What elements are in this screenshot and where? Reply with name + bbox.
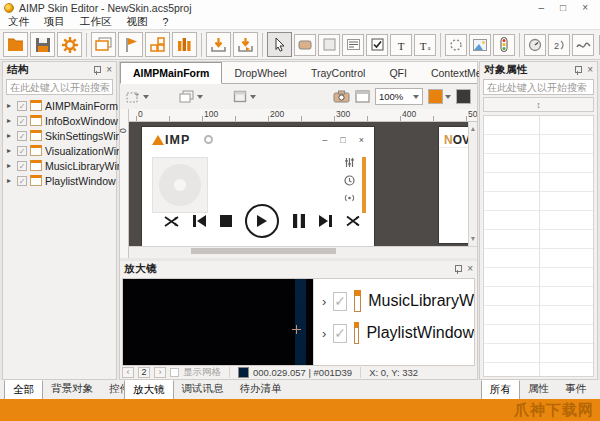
shuffle-icon[interactable] [164, 215, 179, 228]
tab-events[interactable]: 事件 [557, 380, 594, 399]
dropdown-chevron-icon[interactable] [143, 95, 149, 102]
tab-properties[interactable]: 属性 [520, 380, 557, 399]
pause-icon[interactable] [293, 214, 305, 228]
settings-button[interactable] [57, 32, 82, 57]
player-minimize-icon[interactable]: – [322, 135, 327, 145]
menu-help[interactable]: ? [163, 16, 169, 28]
visibility-checkbox[interactable]: ✓ [17, 176, 27, 186]
cursor-tool-button[interactable] [267, 32, 292, 57]
tree-item-visualizationwindow[interactable]: ▸ ✓ VisualizationWindow [3, 143, 116, 158]
create-window-tool[interactable] [126, 90, 149, 103]
image-control-button[interactable] [469, 34, 491, 56]
open-folder-button[interactable] [3, 32, 28, 57]
curve-control-button[interactable] [572, 34, 594, 56]
text-control-button[interactable]: T [390, 34, 412, 56]
sort-icon[interactable]: ↕ [536, 100, 541, 110]
menu-view[interactable]: 视图 [127, 15, 148, 29]
visibility-checkbox[interactable]: ✓ [17, 161, 27, 171]
scroll-up-icon[interactable] [471, 125, 475, 131]
tab-background-objects[interactable]: 背景对象 [43, 380, 101, 399]
panel-close-icon[interactable]: × [587, 65, 593, 75]
previous-track-icon[interactable] [192, 214, 207, 228]
second-skin-window-preview[interactable]: NOV [439, 127, 471, 243]
pin-icon[interactable] [574, 66, 581, 75]
show-grid-checkbox[interactable] [170, 368, 179, 377]
canvas-color-select[interactable] [428, 89, 451, 104]
expand-icon[interactable]: ▸ [7, 146, 14, 155]
panel-close-icon[interactable]: × [106, 65, 112, 75]
checkbox-control-button[interactable] [366, 34, 388, 56]
structure-search-input[interactable]: 在此处键入以开始搜索 [6, 79, 113, 95]
menu-file[interactable]: 文件 [8, 15, 29, 29]
player-close-icon[interactable]: × [359, 135, 364, 145]
zoom-level-select[interactable]: 100% [375, 88, 423, 105]
properties-search-input[interactable]: 在此处键入以开始搜索 [483, 79, 594, 95]
tab-all-properties[interactable]: 所有 [481, 380, 520, 401]
dropdown-chevron-icon[interactable] [250, 95, 256, 102]
flag-button[interactable] [118, 32, 143, 57]
expand-icon[interactable]: ▸ [7, 101, 14, 110]
expand-icon[interactable]: ▸ [7, 131, 14, 140]
scrollbar-thumb[interactable] [191, 248, 336, 254]
dark-color-swatch[interactable] [456, 89, 471, 104]
save-button[interactable] [30, 32, 55, 57]
menu-workspace[interactable]: 工作区 [80, 15, 112, 29]
tab-dropwheel[interactable]: DropWheel [222, 63, 299, 83]
accent-color-swatch[interactable] [428, 89, 443, 104]
gauge-control-button[interactable] [524, 34, 546, 56]
import-run-button[interactable] [233, 32, 258, 57]
tree-item-skinsettingswindow[interactable]: ▸ ✓ SkinSettingsWindow [3, 128, 116, 143]
pin-icon[interactable] [454, 265, 461, 274]
tree-item-aimpmainform[interactable]: ▸ ✓ AIMPMainForm [3, 98, 116, 113]
text-style-control-button[interactable]: Ta [414, 34, 436, 56]
tab-qfi[interactable]: QFI [377, 63, 419, 83]
expand-icon[interactable]: ▸ [7, 161, 14, 170]
screenshot-button[interactable] [333, 90, 350, 103]
properties-grid[interactable] [483, 115, 594, 377]
tab-debug-messages[interactable]: 调试讯息 [174, 380, 232, 399]
visibility-checkbox[interactable]: ✓ [17, 146, 27, 156]
expand-icon[interactable]: ▸ [7, 176, 14, 185]
tree-item-musiclibrarywindow[interactable]: ▸ ✓ MusicLibraryWindow [3, 158, 116, 173]
panel-close-icon[interactable]: × [467, 264, 473, 274]
repeat-icon[interactable] [346, 215, 360, 227]
maximize-button[interactable]: □ [560, 0, 566, 15]
tab-all-objects[interactable]: 全部 [4, 380, 43, 401]
panel-control-button[interactable] [318, 34, 340, 56]
windows-button[interactable] [91, 32, 116, 57]
tab-traycontrol[interactable]: TrayControl [299, 63, 377, 83]
visibility-checkbox[interactable]: ✓ [17, 131, 27, 141]
clone-window-tool[interactable] [179, 90, 203, 103]
focus-control-button[interactable] [445, 34, 467, 56]
design-canvas[interactable]: IMP – □ × [129, 122, 477, 246]
canvas-horizontal-scrollbar[interactable] [129, 246, 477, 255]
properties-grid-header[interactable]: ↕ [483, 97, 594, 112]
visibility-checkbox[interactable]: ✓ [17, 101, 27, 111]
page-previous-button[interactable]: ‹ [122, 367, 134, 378]
player-maximize-icon[interactable]: □ [340, 135, 345, 145]
player-settings-gear-icon[interactable] [204, 135, 213, 144]
button-control-button[interactable] [294, 34, 316, 56]
tree-item-infoboxwindow[interactable]: ▸ ✓ InfoBoxWindow [3, 113, 116, 128]
aimp-player-preview[interactable]: IMP – □ × [142, 127, 374, 246]
label-control-button[interactable] [342, 34, 364, 56]
play-button[interactable] [245, 204, 279, 238]
next-track-icon[interactable] [318, 214, 333, 228]
minimize-button[interactable]: – [539, 0, 545, 15]
pin-icon[interactable] [93, 66, 100, 75]
components-button[interactable] [145, 32, 170, 57]
canvas-vertical-scrollbar[interactable] [468, 122, 477, 246]
select-window-tool[interactable] [233, 90, 256, 103]
scroll-down-icon[interactable] [471, 237, 475, 243]
tab-todo-list[interactable]: 待办清单 [232, 380, 290, 399]
import-button[interactable] [206, 32, 231, 57]
expand-icon[interactable]: ▸ [7, 116, 14, 125]
sleep-timer-icon[interactable] [344, 175, 355, 186]
equalizer-icon[interactable] [344, 157, 355, 168]
close-button[interactable]: × [582, 0, 588, 15]
tab-magnifier[interactable]: 放大镜 [124, 380, 174, 401]
dropdown-chevron-icon[interactable] [197, 95, 203, 102]
preview-window-button[interactable] [355, 90, 370, 103]
tab-aimpmainform[interactable]: AIMPMainForm [120, 62, 222, 84]
slider-control-button[interactable] [493, 34, 515, 56]
